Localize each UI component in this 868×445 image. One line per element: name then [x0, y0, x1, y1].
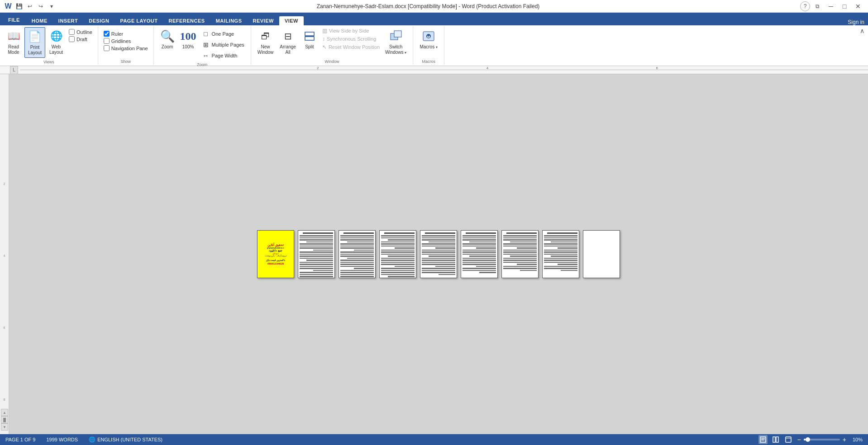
- navigation-pane-label: Navigation Pane: [111, 46, 148, 51]
- print-layout-button[interactable]: 📄 PrintLayout: [24, 27, 45, 58]
- view-web-icon[interactable]: [784, 435, 793, 444]
- text-line: [544, 239, 577, 241]
- tab-design[interactable]: DESIGN: [83, 16, 114, 25]
- zoom-percentage[interactable]: 10%: [851, 437, 864, 442]
- text-line: [503, 260, 537, 261]
- switch-windows-button[interactable]: SwitchWindows ▾: [382, 27, 409, 57]
- ruler-check[interactable]: Ruler: [104, 31, 148, 37]
- zoom-slider-bar[interactable]: [804, 439, 840, 440]
- zoom-button[interactable]: 🔍 Zoom: [157, 27, 177, 52]
- sign-in-link[interactable]: Sign in: [848, 19, 864, 25]
- more-quick-icon[interactable]: ▾: [47, 2, 56, 11]
- language-icon[interactable]: 🌐 ENGLISH (UNITED STATES): [87, 436, 164, 443]
- scroll-down-arrow[interactable]: ▼: [1, 423, 8, 431]
- language-indicator: 🌐: [89, 436, 95, 443]
- draft-check[interactable]: Draft: [69, 36, 92, 42]
- text-line: [544, 235, 577, 237]
- zoom-in-button[interactable]: +: [842, 436, 847, 443]
- reset-window-position-label: Reset Window Position: [329, 44, 380, 50]
- navigation-pane-checkbox[interactable]: [104, 45, 110, 51]
- text-line: [300, 254, 333, 255]
- tab-home[interactable]: HOME: [26, 16, 53, 25]
- text-line: [544, 251, 577, 253]
- split-button[interactable]: Split: [300, 27, 320, 52]
- zoom-thumb[interactable]: [806, 437, 810, 442]
- text-line: [381, 278, 415, 279]
- draft-checkbox[interactable]: [69, 36, 75, 42]
- page-4: [379, 230, 416, 278]
- restore-down-button[interactable]: ⧉: [811, 2, 824, 11]
- text-line: [340, 251, 374, 253]
- text-line: [300, 235, 333, 237]
- tab-insert[interactable]: INSERT: [53, 16, 83, 25]
- zoom-100-icon: 100: [181, 29, 196, 43]
- tab-view[interactable]: VIEW: [279, 16, 304, 25]
- scroll-up-arrow[interactable]: ▲: [1, 409, 8, 416]
- gridlines-check[interactable]: Gridlines: [104, 38, 148, 44]
- help-button[interactable]: ?: [800, 1, 810, 11]
- text-line: [340, 260, 374, 261]
- window-group-label: Window: [325, 57, 339, 64]
- arrange-all-button[interactable]: ⊟ ArrangeAll: [277, 27, 299, 57]
- ribbon-collapse-button[interactable]: ∧: [858, 26, 866, 35]
- outline-check[interactable]: Outline: [69, 29, 92, 35]
- tab-file[interactable]: FILE: [2, 14, 26, 25]
- text-line: [381, 235, 415, 237]
- text-line: [313, 270, 333, 271]
- undo-quick-icon[interactable]: ↩: [25, 2, 34, 11]
- zoom-items: 🔍 Zoom 100 100% □ One Page ⊞ Multiple Pa…: [157, 27, 247, 61]
- text-line: [429, 241, 455, 243]
- text-line: [340, 235, 374, 237]
- zoom-label: Zoom: [162, 44, 173, 50]
- text-line: [300, 237, 333, 239]
- text-line: [303, 232, 333, 234]
- one-page-button[interactable]: □ One Page: [199, 29, 247, 39]
- svg-rect-8: [760, 437, 766, 442]
- zoom-out-button[interactable]: −: [796, 436, 802, 443]
- read-mode-icon: 📖: [6, 29, 21, 43]
- page-6: [461, 230, 498, 278]
- text-line: [503, 254, 537, 255]
- navigation-pane-check[interactable]: Navigation Pane: [104, 45, 148, 51]
- page-width-button[interactable]: ↔ Page Width: [199, 51, 247, 61]
- tab-mailings[interactable]: MAILINGS: [210, 16, 248, 25]
- text-line: [466, 232, 496, 234]
- views-checks: Outline Draft: [67, 27, 94, 44]
- word-count[interactable]: 1999 WORDS: [44, 437, 80, 442]
- tab-references[interactable]: REFERENCES: [163, 16, 210, 25]
- outline-checkbox[interactable]: [69, 29, 75, 35]
- read-mode-button[interactable]: 📖 ReadMode: [4, 27, 24, 57]
- save-quick-icon[interactable]: 💾: [14, 2, 24, 11]
- minimize-button[interactable]: ─: [825, 2, 837, 11]
- document-area: 2 4 6 8 ▲ █ ▼ تحقیق آنلاین ghghghgholinl…: [0, 74, 868, 434]
- redo-quick-icon[interactable]: ↪: [36, 2, 45, 11]
- tab-page-layout[interactable]: PAGE LAYOUT: [114, 16, 163, 25]
- zoom-100-button[interactable]: 100 100%: [178, 27, 198, 52]
- view-read-icon[interactable]: [771, 435, 780, 444]
- ruler-tab-marker[interactable]: L: [10, 66, 18, 74]
- text-line: [463, 250, 496, 251]
- text-line: [422, 262, 455, 263]
- maximize-button[interactable]: □: [838, 2, 851, 11]
- page-width-icon: ↔: [202, 52, 210, 60]
- text-line: [354, 250, 374, 251]
- text-line: [340, 237, 374, 239]
- text-line: [503, 266, 537, 267]
- ribbon-tab-bar: FILE HOME INSERT DESIGN PAGE LAYOUT REFE…: [0, 13, 868, 25]
- close-button[interactable]: ✕: [852, 2, 864, 11]
- text-line: [463, 264, 496, 265]
- new-window-button[interactable]: 🗗 NewWindow: [255, 27, 277, 57]
- text-line: [544, 266, 577, 267]
- ruler-checkbox[interactable]: [104, 31, 110, 37]
- view-print-icon[interactable]: [758, 435, 768, 444]
- tab-review[interactable]: REVIEW: [247, 16, 279, 25]
- scroll-thumb[interactable]: █: [1, 416, 8, 423]
- multiple-pages-button[interactable]: ⊞ Multiple Pages: [199, 40, 247, 50]
- page-info[interactable]: PAGE 1 OF 9: [4, 437, 37, 442]
- gridlines-checkbox[interactable]: [104, 38, 110, 44]
- text-line: [476, 266, 496, 267]
- web-layout-button[interactable]: 🌐 WebLayout: [46, 27, 66, 57]
- text-line: [503, 251, 537, 253]
- macros-button[interactable]: M Macros ▾: [417, 27, 440, 52]
- v-ruler-mark-2: 2: [4, 182, 5, 185]
